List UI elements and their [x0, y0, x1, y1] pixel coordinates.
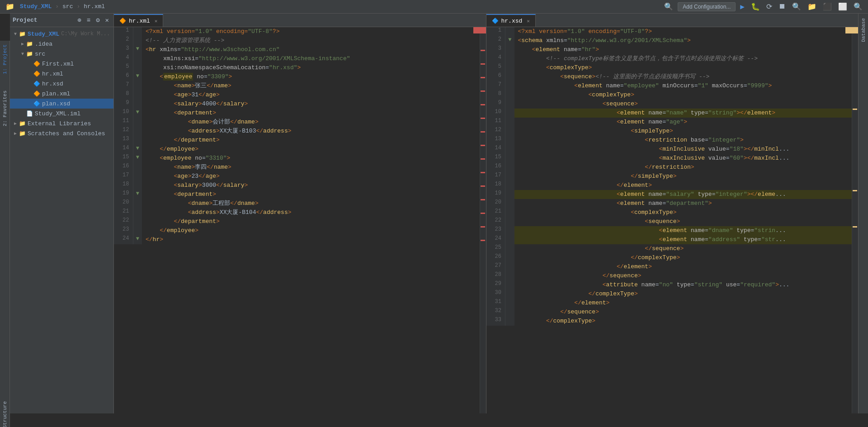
- error-indicator-left: [473, 27, 480, 33]
- code-line: 3 <element name="hr">: [486, 45, 858, 54]
- search-everywhere-icon[interactable]: 🔍: [852, 1, 864, 12]
- code-line: 29 <attribute name="no" type="string" us…: [486, 280, 858, 289]
- tree-iml[interactable]: 📄 Study_XML.iml: [10, 109, 113, 119]
- hr-xml-tab-close[interactable]: ✕: [155, 18, 158, 24]
- tree-scratches[interactable]: ▶ 📁 Scratches and Consoles: [10, 128, 113, 138]
- gutter: [505, 280, 514, 289]
- code-line: 10 <element name="name" type="string"></…: [486, 109, 858, 118]
- stripe-marker-8: [481, 145, 485, 146]
- gutter: [505, 100, 514, 109]
- code-content: <address>XX大厦-B103</address>: [142, 127, 486, 136]
- hr-xml-icon: 🔶: [33, 71, 40, 77]
- gutter: [505, 81, 514, 90]
- code-content: <complexType>: [514, 63, 858, 72]
- profile-icon[interactable]: ⏹: [777, 1, 788, 12]
- topbar-project-name: Study_XML: [20, 3, 52, 10]
- code-line: 12 <simpleType>: [486, 127, 858, 136]
- code-line: 4 xmlns:xsi="http://www.w3.org/2001/XMLS…: [114, 54, 486, 63]
- code-line: 18 <salary>3000</salary>: [114, 181, 486, 190]
- tree-hr-xsd[interactable]: 🔷 hr.xsd: [10, 79, 113, 89]
- code-content: <?xml version="1.0" encoding="UTF-8"?>: [142, 27, 486, 36]
- coverage-icon[interactable]: ⟳: [764, 1, 774, 12]
- fold-icon[interactable]: ▼: [136, 46, 139, 52]
- code-area-left[interactable]: 1 <?xml version="1.0" encoding="UTF-8"?>…: [114, 27, 486, 413]
- fold-icon[interactable]: ▼: [136, 190, 139, 197]
- gutter: [505, 208, 514, 217]
- stripe-warn-1: [853, 109, 857, 110]
- fold-icon[interactable]: ▼: [136, 145, 139, 152]
- database-tab[interactable]: Database: [859, 14, 868, 47]
- code-line: 12 <address>XX大厦-B103</address>: [114, 127, 486, 136]
- favorites-tab[interactable]: 2: Favorites: [1, 87, 9, 130]
- maximize-icon[interactable]: ⬜: [836, 1, 849, 12]
- line-number: 19: [486, 190, 505, 199]
- tree-root[interactable]: ▼ 📁 Study_XML C:\My Work M...: [10, 29, 113, 39]
- fold-icon[interactable]: ▼: [136, 73, 139, 79]
- line-number: 25: [486, 244, 505, 253]
- project-folder-icon: 📁: [19, 31, 26, 38]
- tab-hr-xsd[interactable]: 🔷 hr.xsd ✕: [486, 14, 536, 27]
- project-tab[interactable]: 1: Project: [1, 41, 9, 78]
- add-config-button[interactable]: Add Configuration...: [678, 2, 736, 11]
- fold-icon[interactable]: ▼: [136, 154, 139, 161]
- project-structure-icon[interactable]: 📁: [806, 1, 818, 12]
- code-content: </simpleType>: [514, 172, 858, 181]
- gutter: [505, 308, 514, 317]
- line-number: 16: [486, 163, 505, 172]
- debug-icon[interactable]: 🐛: [749, 1, 762, 12]
- tree-root-path: C:\My Work M...: [61, 31, 110, 37]
- code-line: 11 <element name="age">: [486, 118, 858, 127]
- tree-plan-xsd[interactable]: 🔷 plan.xsd: [10, 99, 113, 109]
- code-line: 15 ▼ <employee no="3310">: [114, 154, 486, 163]
- run-icon[interactable]: ▶: [738, 1, 746, 12]
- tree-idea[interactable]: ▶ 📁 .idea: [10, 39, 113, 49]
- tab-hr-xml[interactable]: 🔶 hr.xml ✕: [114, 14, 163, 27]
- main-area: 1: Project 2: Favorites Z: Structure Pro…: [0, 14, 868, 413]
- tree-plan-xml[interactable]: 🔶 plan.xml: [10, 89, 113, 99]
- gutter: [133, 172, 142, 181]
- sidebar-settings-icon[interactable]: ⚙: [94, 15, 101, 25]
- tree-first-xml[interactable]: 🔶 First.xml: [10, 59, 113, 69]
- fold-icon[interactable]: ▼: [136, 109, 139, 115]
- code-line: 1 <?xml version="1.0" encoding="UTF-8"?>: [114, 27, 486, 36]
- fold-icon[interactable]: ▼: [136, 236, 139, 242]
- gutter: [133, 118, 142, 127]
- hr-xml-tab-label: hr.xml: [129, 18, 150, 24]
- gutter: [505, 109, 514, 118]
- line-number: 7: [114, 81, 133, 90]
- tree-plan-xml-label: plan.xml: [42, 90, 70, 97]
- gutter: [133, 27, 142, 36]
- project-icon: 📁: [4, 1, 16, 12]
- code-area-right[interactable]: 1 <?xml version="1.0" encoding="UTF-8"?>…: [486, 27, 859, 413]
- restore-icon[interactable]: ⬛: [821, 1, 834, 12]
- hr-xsd-tab-close[interactable]: ✕: [527, 18, 530, 24]
- code-line: 7 <element name="employee" minOccurs="1"…: [486, 81, 858, 90]
- tree-src[interactable]: ▼ 📁 src: [10, 49, 113, 59]
- sidebar-close-icon[interactable]: ✕: [104, 15, 111, 25]
- line-number: 7: [486, 81, 505, 90]
- gutter: ▼: [133, 145, 142, 154]
- code-line: 19 <element name="salary" type="integer"…: [486, 190, 858, 199]
- find-usage-icon[interactable]: 🔍: [790, 1, 803, 12]
- tree-hr-xml[interactable]: 🔶 hr.xml: [10, 69, 113, 79]
- code-line: 2 <!-- 人力资源管理系统 -->: [114, 36, 486, 45]
- top-search-icon[interactable]: 🔍: [662, 1, 675, 12]
- gutter: [133, 181, 142, 190]
- sidebar-sync-icon[interactable]: ⊕: [75, 15, 83, 25]
- line-number: 2: [486, 36, 505, 45]
- code-content: <name>张三</name>: [142, 81, 486, 90]
- gutter: [505, 136, 514, 145]
- code-content: <name>李四</name>: [142, 163, 486, 172]
- structure-tab[interactable]: Z: Structure: [1, 398, 9, 427]
- sidebar-collapse-icon[interactable]: ≡: [85, 16, 92, 25]
- tree-ext-libs[interactable]: ▶ 📁 External Libraries: [10, 119, 113, 128]
- gutter: [133, 208, 142, 217]
- line-number: 1: [114, 27, 133, 36]
- fold-icon[interactable]: ▼: [508, 37, 511, 43]
- code-content: </department>: [142, 217, 486, 226]
- stripe-warn-2: [853, 190, 857, 191]
- gutter: [505, 317, 514, 326]
- stripe-marker-9: [481, 158, 485, 160]
- code-line: 21 <address>XX大厦-B104</address>: [114, 208, 486, 217]
- code-content: <maxInclusive value="60"></maxIncl...: [514, 154, 858, 163]
